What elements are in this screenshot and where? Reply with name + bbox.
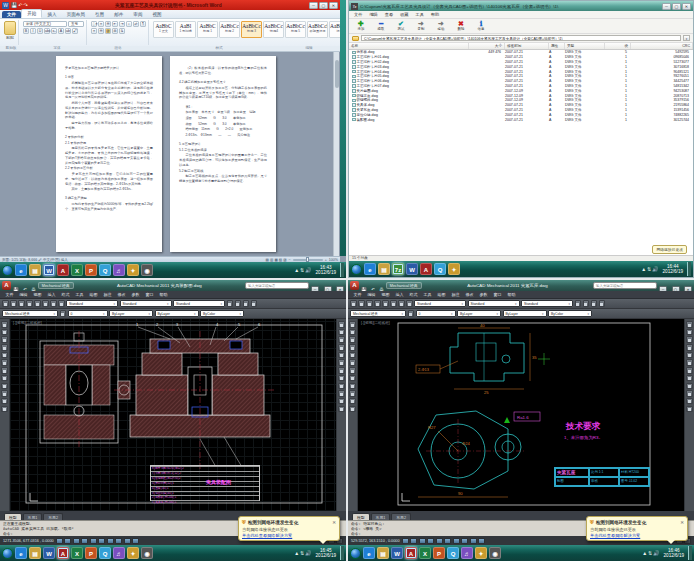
taskbar-app-icon[interactable]: ▤ xyxy=(378,263,390,275)
text-style-combo[interactable]: Standard▾ xyxy=(468,300,520,307)
lineweight-combo[interactable]: ByColor▾ xyxy=(548,310,592,317)
start-button[interactable] xyxy=(350,548,361,559)
taskbar-app-icon[interactable]: e xyxy=(364,263,376,275)
system-tray[interactable]: ▲⇅🔊 16:45 2012/6/19 xyxy=(294,546,344,560)
dim-style-combo[interactable]: Standard▾ xyxy=(66,300,118,307)
menu-item[interactable]: 插入 xyxy=(45,292,58,297)
font-format-button[interactable]: 🖍 xyxy=(72,28,78,34)
text-icon[interactable] xyxy=(349,367,356,374)
toolbar-button[interactable]: ━ 提取 xyxy=(373,19,389,33)
start-button[interactable] xyxy=(2,548,13,559)
new-icon[interactable] xyxy=(2,300,9,307)
column-type[interactable]: 类型 xyxy=(565,43,605,49)
array-icon[interactable] xyxy=(338,352,345,359)
file-row[interactable]: 夹紧瓦座.dwg 2007-07-21 A DWG 文件 1 15391456 xyxy=(349,108,693,113)
minimize-button[interactable]: ─ xyxy=(309,2,318,9)
window-controls[interactable]: ─ ▢ ✕ xyxy=(662,3,691,10)
taskbar[interactable]: e▤WAXPQ♬✦◉ ▲⇅🔊 16:46 2012/6/19 xyxy=(348,545,694,561)
taskbar-app-icon[interactable]: A xyxy=(57,264,69,276)
trim-icon[interactable] xyxy=(338,383,345,390)
menu-item[interactable]: 绘图 xyxy=(87,292,100,297)
vertical-scrollbar[interactable] xyxy=(333,52,339,256)
color-combo[interactable]: ByLayer▾ xyxy=(457,310,501,317)
menu-item[interactable]: 工具 xyxy=(421,292,434,297)
quick-access-toolbar[interactable]: 💾↶↷ xyxy=(11,2,28,8)
move-icon[interactable] xyxy=(338,359,345,366)
taskbar-app-icon[interactable]: 7z xyxy=(392,263,404,275)
align-left-icon[interactable]: ≡ xyxy=(91,28,97,34)
layout-tab[interactable]: 模型 xyxy=(352,513,370,520)
layer-combo[interactable]: 0▾ xyxy=(416,310,456,317)
status-mode-button[interactable] xyxy=(444,538,451,544)
taskbar[interactable]: e▤WAXPQ♬✦◉ ▲⇅🔊 16:43 2012/6/19 xyxy=(0,262,346,278)
taskbar-app-icon[interactable]: ✦ xyxy=(127,264,139,276)
status-mode-button[interactable] xyxy=(132,538,139,544)
cad-app-button[interactable]: A xyxy=(2,281,11,290)
toolbar-button[interactable]: ✚ 添加 xyxy=(353,19,369,33)
ribbon-tab[interactable]: 开始 xyxy=(21,9,42,18)
status-mode-button[interactable] xyxy=(410,538,417,544)
redo-icon[interactable] xyxy=(390,300,397,307)
close-button[interactable]: ✕ xyxy=(329,2,338,9)
status-mode-button[interactable] xyxy=(81,538,88,544)
status-mode-button[interactable] xyxy=(90,538,97,544)
zoom-out-button[interactable]: − xyxy=(289,258,291,262)
zoom-level[interactable]: 100% xyxy=(329,258,338,262)
mech-structure-combo[interactable]: Mechanical 经典▾ xyxy=(2,310,58,317)
save-icon[interactable] xyxy=(18,300,25,307)
rectangle-icon[interactable] xyxy=(349,352,356,359)
menu-item[interactable]: 参数 xyxy=(477,292,490,297)
save-icon[interactable] xyxy=(366,300,373,307)
status-mode-button[interactable] xyxy=(419,538,426,544)
taskbar-app-icon[interactable]: A xyxy=(405,547,417,559)
drawing-canvas[interactable]: [-][俯视][二维线框] 40 35 25 2-Ф13 xyxy=(358,319,684,511)
font-name-combo[interactable]: 宋体 (中文正文) xyxy=(23,21,67,27)
style-gallery-item[interactable]: AaBbCc 标题 2 xyxy=(219,21,240,38)
quick-access-icon[interactable]: ↶ xyxy=(18,2,22,8)
properties-icon[interactable] xyxy=(227,300,234,307)
cad-app-button[interactable]: A xyxy=(350,281,359,290)
status-mode-button[interactable] xyxy=(73,538,80,544)
style-gallery-item[interactable]: AaBbCc 标题 3 xyxy=(241,21,262,38)
help-icon[interactable] xyxy=(251,300,258,307)
taskbar[interactable]: e▤WAXPQ♬✦◉ ▲⇅🔊 16:45 2012/6/19 xyxy=(0,545,346,561)
sort-icon[interactable]: ⇅ xyxy=(119,28,125,34)
file-list[interactable]: 仿形板.dwg 449 476 2007-07-21 A DWG 文件 5 54… xyxy=(349,50,693,255)
linetype-combo[interactable]: ByLayer▾ xyxy=(155,310,199,317)
show-desktop-button[interactable] xyxy=(687,262,691,276)
menu-item[interactable]: 编辑 xyxy=(366,12,380,17)
zoom-slider[interactable] xyxy=(293,259,323,261)
redo-icon[interactable] xyxy=(42,300,49,307)
zoom-icon[interactable] xyxy=(406,300,413,307)
toolbar-button[interactable]: ➜ 移动 xyxy=(433,19,449,33)
file-row[interactable]: 铰链螺栓.dwg 2007-12-09 A DWG 文件 1 35379156 xyxy=(349,98,693,103)
rotate-icon[interactable] xyxy=(686,367,693,374)
menu-item[interactable]: 收藏 xyxy=(397,12,411,17)
system-tray[interactable]: ▲⇅🔊 16:44 2012/6/19 xyxy=(641,262,691,276)
paragraph-button[interactable]: ⇤ xyxy=(112,21,118,27)
layer-states-icon[interactable] xyxy=(60,310,67,317)
taskbar-app-icon[interactable]: ◉ xyxy=(141,264,153,276)
tray-icon[interactable]: 🔊 xyxy=(305,550,311,556)
style-gallery-item[interactable]: AaBbC 1 正文 xyxy=(153,21,174,38)
column-crc[interactable]: CRC xyxy=(631,43,693,49)
file-row[interactable]: 夹片垫圈.dwg 2007-12-09 A DWG 文件 1 94253087 xyxy=(349,88,693,93)
menu-item[interactable]: 文件 xyxy=(351,12,365,17)
font-format-button[interactable]: U xyxy=(37,28,43,34)
paragraph-button[interactable]: ⇥ xyxy=(119,21,125,27)
layer-states-icon[interactable] xyxy=(408,310,415,317)
taskbar-app-icon[interactable]: Q xyxy=(99,547,111,559)
menu-item[interactable]: 帮助 xyxy=(505,292,518,297)
status-mode-button[interactable] xyxy=(56,538,63,544)
taskbar-app-icon[interactable]: X xyxy=(71,547,83,559)
taskbar-app-icon[interactable]: ▤ xyxy=(377,547,389,559)
taskbar-app-icon[interactable]: W xyxy=(43,547,55,559)
file-row[interactable]: 工艺过程卡片05.dwg 2007-07-21 A DWG 文件 1 93276… xyxy=(349,74,693,79)
menu-item[interactable]: 工具 xyxy=(413,12,427,17)
tray-icon[interactable]: 🔊 xyxy=(305,267,311,273)
show-desktop-button[interactable] xyxy=(340,546,344,560)
status-mode-button[interactable] xyxy=(64,538,71,544)
tray-icon[interactable]: 🔊 xyxy=(652,266,658,272)
taskbar-app-icon[interactable]: X xyxy=(419,547,431,559)
status-mode-button[interactable] xyxy=(427,538,434,544)
